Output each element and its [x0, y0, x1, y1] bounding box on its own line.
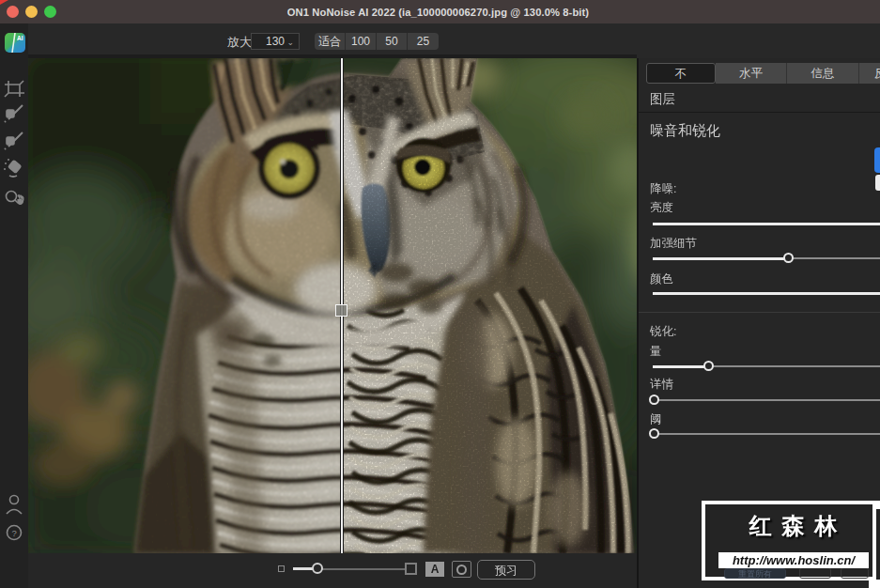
svg-text:AI: AI [17, 35, 23, 41]
svg-text:?: ? [12, 528, 17, 538]
